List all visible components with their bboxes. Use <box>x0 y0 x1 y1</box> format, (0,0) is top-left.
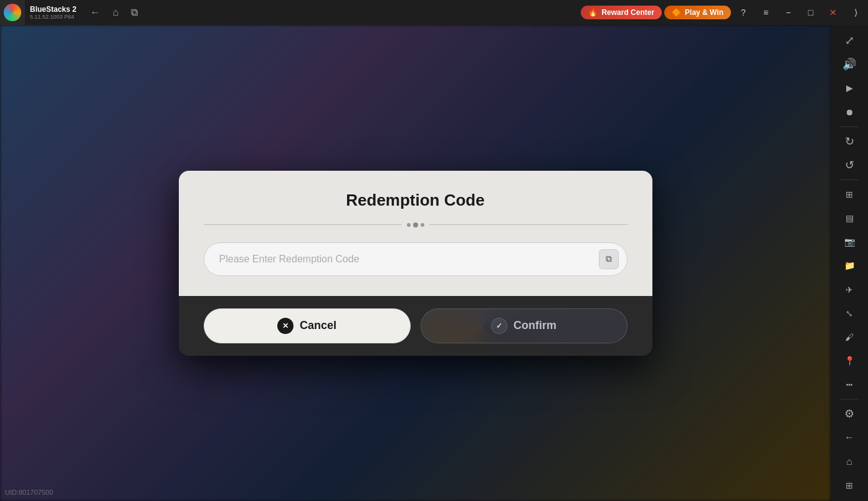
more-icon[interactable]: ••• <box>836 374 863 395</box>
close-button[interactable]: ✕ <box>823 2 843 22</box>
screenshot-icon[interactable]: 📷 <box>836 231 863 252</box>
divider-dot-2 <box>413 222 418 227</box>
sidebar-divider-3 <box>840 399 859 399</box>
sidebar-divider-2 <box>840 179 859 180</box>
record-icon[interactable]: ⏺ <box>836 102 863 123</box>
resize-icon[interactable]: ⤡ <box>836 303 863 324</box>
titlebar: BlueStacks 2 5.11.52.1003 P64 ← ⌂ ⧉ 🔥 Re… <box>0 0 868 25</box>
airplane-icon[interactable]: ✈ <box>836 279 863 300</box>
refresh-icon[interactable]: ↻ <box>836 131 863 152</box>
cancel-icon-circle: ✕ <box>277 318 293 334</box>
settings-icon[interactable]: ⚙ <box>836 403 863 424</box>
play-win-button[interactable]: 🔶 Play & Win <box>664 6 731 19</box>
sidebar-divider-1 <box>840 126 859 127</box>
cancel-label: Cancel <box>300 319 336 332</box>
reward-icon: 🔥 <box>588 8 598 17</box>
help-button[interactable]: ? <box>733 2 753 22</box>
video-icon[interactable]: ▶ <box>836 77 863 98</box>
confirm-icon-circle: ✓ <box>491 318 507 334</box>
app-logo <box>0 0 25 25</box>
play-win-icon: 🔶 <box>672 8 681 17</box>
titlebar-right: 🔥 Reward Center 🔶 Play & Win ? ≡ − □ ✕ ⟩ <box>581 2 866 22</box>
nav-back-button[interactable]: ← <box>87 4 104 21</box>
macro-icon[interactable]: ▤ <box>836 208 863 229</box>
confirm-label: Confirm <box>513 319 556 332</box>
back-nav-icon[interactable]: ← <box>836 427 863 448</box>
divider-line-right <box>429 224 627 225</box>
location-icon[interactable]: 📍 <box>836 350 863 371</box>
app-info: BlueStacks 2 5.11.52.1003 P64 <box>25 5 82 20</box>
cancel-icon: ✕ <box>282 322 289 330</box>
volume-icon[interactable]: 🔊 <box>836 54 863 75</box>
expand-button[interactable]: ⟩ <box>846 2 866 22</box>
rotate-icon[interactable]: ↺ <box>836 155 863 176</box>
divider-dots <box>407 222 424 227</box>
divider-line-left <box>204 224 402 225</box>
divider-dot-1 <box>407 223 411 227</box>
cancel-button[interactable]: ✕ Cancel <box>204 308 411 343</box>
stack-icon[interactable]: ⊞ <box>836 184 863 205</box>
maximize-button[interactable]: □ <box>801 2 821 22</box>
fullscreen-icon[interactable]: ⤢ <box>836 30 863 51</box>
nav-pages-button[interactable]: ⧉ <box>127 4 141 21</box>
redemption-input-wrapper: ⧉ <box>204 242 627 276</box>
app-version: 5.11.52.1003 P64 <box>30 14 77 20</box>
play-win-label: Play & Win <box>685 8 723 17</box>
confirm-icon: ✓ <box>496 322 502 330</box>
clipboard-icon: ⧉ <box>606 254 612 264</box>
redemption-code-input[interactable] <box>204 242 627 276</box>
modal-title: Redemption Code <box>204 191 627 210</box>
apps-icon[interactable]: ⊞ <box>836 475 863 496</box>
modal-overlay: Redemption Code ⧉ ✕ <box>0 25 831 501</box>
app-name: BlueStacks 2 <box>30 5 77 14</box>
divider-dot-3 <box>421 223 424 227</box>
modal-divider <box>204 222 627 227</box>
nav-home-button[interactable]: ⌂ <box>109 4 123 21</box>
menu-button[interactable]: ≡ <box>756 2 776 22</box>
home-nav-icon[interactable]: ⌂ <box>836 451 863 472</box>
brush-icon[interactable]: 🖌 <box>836 327 863 348</box>
right-sidebar: ⤢ 🔊 ▶ ⏺ ↻ ↺ ⊞ ▤ 📷 📁 ✈ ⤡ 🖌 📍 ••• ⚙ ← ⌂ ⊞ <box>831 25 868 501</box>
redemption-code-modal: Redemption Code ⧉ ✕ <box>179 171 652 356</box>
confirm-button[interactable]: ✓ Confirm <box>421 308 627 343</box>
titlebar-nav: ← ⌂ ⧉ <box>87 4 142 21</box>
reward-center-label: Reward Center <box>601 8 654 17</box>
reward-center-button[interactable]: 🔥 Reward Center <box>581 6 662 19</box>
clipboard-paste-button[interactable]: ⧉ <box>599 249 619 269</box>
modal-footer: ✕ Cancel ✓ Confirm <box>179 296 652 356</box>
bluestacks-logo <box>4 4 21 21</box>
minimize-button[interactable]: − <box>778 2 798 22</box>
folder-icon[interactable]: 📁 <box>836 255 863 276</box>
modal-body: Redemption Code ⧉ <box>179 171 652 296</box>
